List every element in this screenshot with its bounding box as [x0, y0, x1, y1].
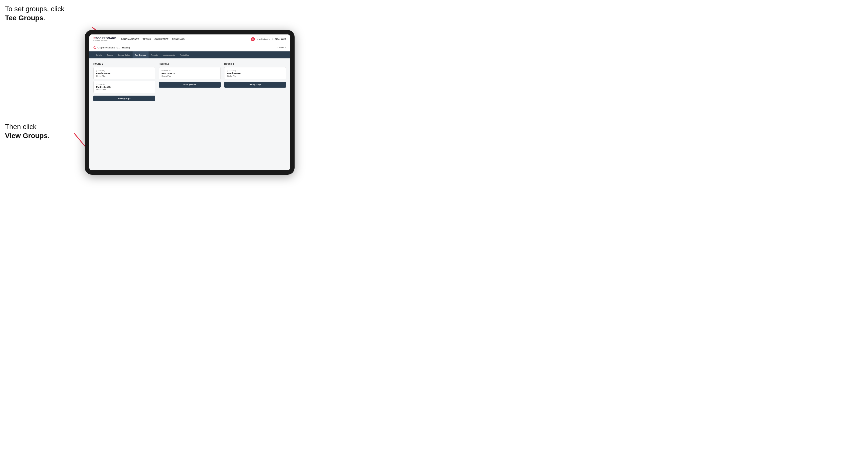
round-1-course-a-label: (Course A) [96, 69, 153, 72]
sub-nav-title: Clippd Invitational (M... · Hosting [97, 46, 278, 49]
tab-course-setup[interactable]: Course Setup [115, 52, 132, 58]
tab-results[interactable]: Results [149, 52, 160, 58]
instruction-top-punct: . [43, 14, 45, 22]
instruction-bottom: Then click View Groups. [5, 122, 50, 141]
round-3-column: Round 3 (Course A) Peachtree GC Stroke P… [224, 62, 286, 101]
tab-leaderboards[interactable]: Leaderboards [160, 52, 177, 58]
tablet-frame: SSCOREBOARD Powered by clippit TOURNAMEN… [85, 30, 294, 175]
round-3-course-a-format: Stroke Play [227, 75, 283, 77]
round-2-column: Round 2 (Course A) Peachtree GC Stroke P… [159, 62, 221, 101]
instruction-top-line1: To set groups, click [5, 5, 64, 13]
rounds-grid: Round 1 (Course A) Peachtree GC Stroke P… [93, 62, 286, 101]
nav-links: TOURNAMENTS TEAMS COMMITTEE RANKINGS [121, 38, 251, 40]
avatar: B [251, 37, 255, 41]
sub-nav: C Clippd Invitational (M... · Hosting Ca… [89, 44, 290, 52]
instruction-top-bold: Tee Groups [5, 14, 43, 22]
tab-tee-groups[interactable]: Tee Groups [132, 52, 149, 58]
tab-teams[interactable]: Teams [104, 52, 115, 58]
tablet-screen: SSCOREBOARD Powered by clippit TOURNAMEN… [89, 34, 290, 170]
tab-bar: Details Teams Course Setup Tee Groups Re… [89, 52, 290, 58]
instruction-bottom-bold: View Groups [5, 132, 48, 139]
round-1-course-a-name: Peachtree GC [96, 72, 153, 74]
sub-nav-logo: C [93, 46, 96, 50]
top-nav: SSCOREBOARD Powered by clippit TOURNAMEN… [89, 34, 290, 44]
main-content: Round 1 (Course A) Peachtree GC Stroke P… [89, 58, 290, 170]
round-1-title: Round 1 [93, 62, 155, 65]
tab-details[interactable]: Details [93, 52, 104, 58]
round-1-course-a-card: (Course A) Peachtree GC Stroke Play [93, 67, 155, 80]
nav-tournaments[interactable]: TOURNAMENTS [121, 38, 139, 40]
logo-area: SSCOREBOARD Powered by clippit [93, 37, 116, 41]
round-2-course-a-format: Stroke Play [161, 75, 218, 77]
round-1-course-b-card: (Course B) East Lake GC Stroke Play [93, 81, 155, 93]
logo-text: SSCOREBOARD [93, 37, 116, 40]
nav-committee[interactable]: COMMITTEE [154, 38, 168, 40]
round-3-course-a-card: (Course A) Peachtree GC Stroke Play [224, 67, 286, 80]
nav-rankings[interactable]: RANKINGS [172, 38, 185, 40]
logo-sub: Powered by clippit [93, 40, 116, 41]
nav-right: B blair@clippd.io | Sign out [251, 37, 286, 41]
round-3-course-a-name: Peachtree GC [227, 72, 283, 74]
round-3-course-a-label: (Course A) [227, 69, 283, 72]
round-1-course-a-format: Stroke Play [96, 75, 153, 77]
round-1-course-b-name: East Lake GC [96, 86, 153, 88]
tab-printables[interactable]: Printables [178, 52, 191, 58]
instruction-bottom-line1: Then click [5, 123, 36, 130]
instruction-bottom-punct: . [48, 132, 50, 139]
round-1-course-b-format: Stroke Play [96, 89, 153, 91]
round-2-title: Round 2 [159, 62, 221, 65]
nav-teams[interactable]: TEAMS [143, 38, 151, 40]
round-1-column: Round 1 (Course A) Peachtree GC Stroke P… [93, 62, 155, 101]
round-3-title: Round 3 [224, 62, 286, 65]
sign-out-link[interactable]: Sign out [275, 38, 286, 40]
view-groups-round-3-button[interactable]: View groups [224, 82, 286, 88]
cancel-button[interactable]: Cancel ✕ [278, 46, 286, 49]
instruction-top: To set groups, click Tee Groups. [5, 4, 64, 23]
round-2-course-a-name: Peachtree GC [161, 72, 218, 74]
view-groups-round-2-button[interactable]: View groups [159, 82, 221, 88]
round-1-course-b-label: (Course B) [96, 83, 153, 85]
round-2-course-a-card: (Course A) Peachtree GC Stroke Play [159, 67, 221, 80]
view-groups-round-1-button[interactable]: View groups [93, 96, 155, 101]
user-email: blair@clippd.io [257, 38, 270, 40]
round-2-course-a-label: (Course A) [161, 69, 218, 72]
